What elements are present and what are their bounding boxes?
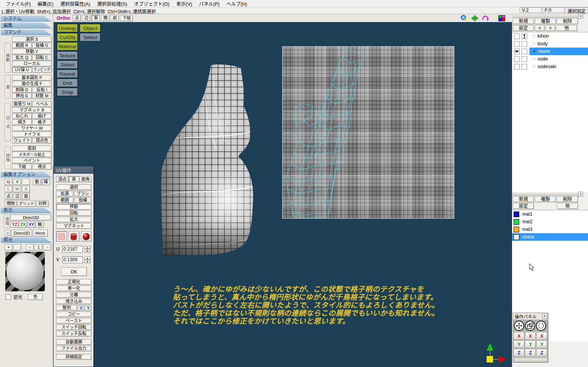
u-spin-up[interactable]: ▲ xyxy=(84,246,90,249)
3d-model-bodice[interactable] xyxy=(160,61,254,256)
object-panel-splitter[interactable]: ✕ xyxy=(512,14,583,17)
align-v-button[interactable]: V xyxy=(85,305,92,311)
cmd-uv-edit[interactable]: UV操 U xyxy=(12,67,32,73)
cmd-material[interactable]: 材質 M xyxy=(32,93,52,99)
rotate-z-button[interactable]: Z xyxy=(536,349,547,357)
object-delete-button[interactable]: 削除 xyxy=(557,18,578,24)
switch-flip-button[interactable]: スイッチ反転 xyxy=(56,331,92,337)
normalize-button[interactable]: 正規化 xyxy=(56,279,92,285)
unify-button[interactable]: 単一化 xyxy=(56,286,92,291)
bake-button[interactable]: 焼き込み xyxy=(56,299,92,304)
file-output-button[interactable]: ファイル出力 xyxy=(56,346,92,351)
toggle-front-button[interactable]: 前 xyxy=(111,15,119,21)
cmd-extrude[interactable]: 押出 E xyxy=(12,93,32,99)
opt-v-button[interactable]: V xyxy=(13,179,21,185)
view-zx-button[interactable]: ZX xyxy=(19,221,27,228)
visibility-checkbox[interactable] xyxy=(514,33,520,39)
opt-s-button[interactable]: S xyxy=(22,186,30,192)
cmd-magnet[interactable]: マグネット B xyxy=(12,107,52,113)
menu-file[interactable]: ファイル(F) xyxy=(2,0,34,8)
rotate-view-icon[interactable] xyxy=(482,15,489,22)
tab-face-corner[interactable]: 面角 xyxy=(79,176,92,182)
uv-range-button[interactable]: 範囲 xyxy=(56,197,74,203)
ok-button[interactable]: OK xyxy=(61,267,87,276)
light-index[interactable]: 1 xyxy=(35,244,43,251)
toggle-points-button[interactable]: 点 xyxy=(73,15,81,21)
expand-triangle-icon[interactable]: ▽ xyxy=(533,34,535,38)
cmd-mapping[interactable]: マッピング xyxy=(32,67,52,73)
cmd-paint[interactable]: ペイント xyxy=(12,158,52,164)
menu-panel[interactable]: パネル(P) xyxy=(196,0,223,8)
quad-view-icon[interactable]: ||| xyxy=(5,230,11,236)
opt-point-button[interactable]: 点 xyxy=(5,193,13,200)
light-add-button[interactable]: + xyxy=(5,244,13,251)
material-row-mat2[interactable]: mat2 xyxy=(512,218,588,226)
object-other-button[interactable]: 他 xyxy=(556,25,577,31)
lock-checkbox[interactable] xyxy=(522,56,527,62)
opt-symmetry-button[interactable]: 対称 xyxy=(36,200,49,207)
light-remove-button[interactable]: - xyxy=(13,244,21,251)
repeat-button[interactable]: Repeat xyxy=(57,70,78,78)
uv-expand-button[interactable]: 拡張 xyxy=(56,191,74,197)
view-axis-button[interactable]: 軸 xyxy=(36,221,44,228)
material-row-check-selected[interactable]: check xyxy=(512,233,588,241)
material-row-mat1[interactable]: mat1 xyxy=(512,210,588,218)
cmd-scale[interactable]: 拡大 Q xyxy=(12,55,32,60)
lock-checkbox[interactable] xyxy=(522,33,527,39)
curobj-button[interactable]: CurObj xyxy=(57,33,78,41)
cmd-weight[interactable]: ウェイト xyxy=(12,138,32,143)
object-row-sodesaki[interactable]: ▽sodesaki xyxy=(512,63,588,70)
toggle-edges-button[interactable]: 辺 xyxy=(82,15,90,21)
lighting-preview[interactable] xyxy=(5,252,45,291)
section-header-lighting[interactable]: 照光 xyxy=(1,237,52,243)
auto-unwrap-button[interactable]: 自動展開 xyxy=(56,339,92,345)
view-xy-button[interactable]: XY xyxy=(27,221,35,228)
section-header-system[interactable]: システム xyxy=(1,16,52,22)
expand-triangle-icon[interactable]: ▽ xyxy=(533,65,535,68)
lock-checkbox[interactable] xyxy=(522,64,527,70)
light-prev-button[interactable]: < xyxy=(26,244,34,251)
cmd-move[interactable]: 移動 V xyxy=(12,49,52,54)
uv-magnet-button[interactable]: マグネット xyxy=(56,223,92,229)
menu-object[interactable]: オブジェクト(O) xyxy=(131,0,173,8)
move-x-button[interactable]: X xyxy=(514,332,525,340)
detail-settings-button[interactable]: 詳細設定 xyxy=(56,354,92,360)
switch-rotate-button[interactable]: スイッチ回転 xyxy=(56,324,92,330)
cmd-vertex-color[interactable]: 頂点色 xyxy=(32,138,52,143)
cmd-delete[interactable]: 削除 D xyxy=(12,87,32,93)
object-new-button[interactable]: 新規 xyxy=(513,18,534,24)
opt-range-button[interactable]: 範 xyxy=(33,179,41,185)
move-y-button[interactable]: Y xyxy=(514,340,525,348)
tab-face[interactable]: 面 xyxy=(69,176,79,182)
opt-lasso-button[interactable]: 縄 xyxy=(42,179,50,185)
cmd-knife[interactable]: ナイフ K xyxy=(12,132,52,137)
lock-checkbox[interactable] xyxy=(522,49,527,54)
move-tool-icon[interactable] xyxy=(514,321,524,331)
material-delete-button[interactable]: 削除 xyxy=(557,196,578,202)
cylinder-projection-button[interactable] xyxy=(68,231,79,241)
section-header-display[interactable]: 表示 xyxy=(1,208,52,213)
unwrap-button[interactable]: Unwrap xyxy=(57,24,78,32)
mesh-button[interactable]: Mesh xyxy=(33,230,48,237)
cmd-metaball[interactable]: メタボール粘土 xyxy=(12,152,52,157)
grid-button[interactable]: Grid xyxy=(57,79,78,87)
v-spin-down[interactable]: ▼ xyxy=(84,260,90,263)
cmd-lasso[interactable]: 投縄 G xyxy=(32,43,52,48)
snap-button[interactable]: Snap xyxy=(57,88,78,96)
operation-panel-close-icon[interactable]: ✕ xyxy=(542,314,547,319)
lock-checkbox[interactable] xyxy=(522,41,527,47)
object-prev-button[interactable]: < xyxy=(535,25,545,31)
light-next-button[interactable]: > xyxy=(43,244,51,251)
cmd-invert[interactable]: 反転 I xyxy=(32,87,52,93)
material-panel-close-icon[interactable]: ✕ xyxy=(578,192,583,197)
object-mode-button[interactable]: Object xyxy=(80,24,101,32)
selected-object-row[interactable]: ▼mune xyxy=(530,48,588,55)
material-other-button[interactable]: 他 xyxy=(557,203,578,209)
uv-rotate-button[interactable]: 回転 xyxy=(56,210,92,216)
scale-x-button[interactable]: X xyxy=(525,332,536,340)
visibility-checkbox[interactable] xyxy=(514,64,520,70)
texture-button[interactable]: Texture xyxy=(57,51,78,60)
uv-scale-button[interactable]: 拡大 xyxy=(56,217,92,222)
cmd-range[interactable]: 範囲 R xyxy=(12,43,32,48)
object-duplicate-button[interactable]: 複製 xyxy=(535,18,556,24)
